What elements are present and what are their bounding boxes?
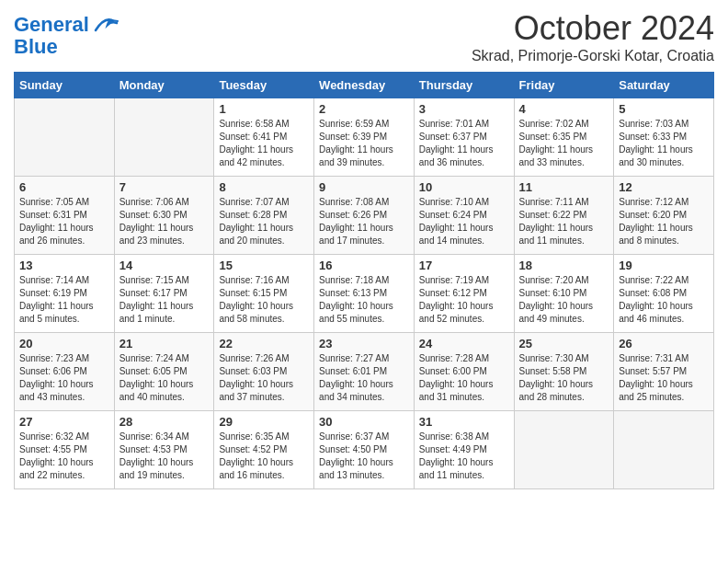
calendar-cell: 3Sunrise: 7:01 AMSunset: 6:37 PMDaylight… — [414, 98, 514, 177]
calendar-cell: 20Sunrise: 7:23 AMSunset: 6:06 PMDayligh… — [15, 333, 115, 411]
calendar-cell: 7Sunrise: 7:06 AMSunset: 6:30 PMDaylight… — [114, 177, 214, 255]
day-info: Sunrise: 6:34 AMSunset: 4:53 PMDaylight:… — [119, 431, 210, 482]
day-info: Sunrise: 7:30 AMSunset: 5:58 PMDaylight:… — [519, 352, 609, 404]
weekday-header-sunday: Sunday — [15, 73, 115, 98]
day-number: 5 — [619, 102, 709, 116]
location-title: Skrad, Primorje-Gorski Kotar, Croatia — [472, 48, 714, 64]
logo-blue-text: Blue — [14, 36, 119, 58]
day-info: Sunrise: 7:03 AMSunset: 6:33 PMDaylight:… — [619, 118, 709, 169]
week-row-5: 27Sunrise: 6:32 AMSunset: 4:55 PMDayligh… — [15, 411, 714, 489]
logo-icon — [91, 14, 119, 32]
calendar-cell — [114, 98, 214, 177]
day-number: 25 — [519, 337, 609, 350]
weekday-header-friday: Friday — [514, 73, 614, 98]
day-number: 12 — [619, 180, 709, 194]
calendar-cell: 4Sunrise: 7:02 AMSunset: 6:35 PMDaylight… — [514, 98, 614, 177]
week-row-4: 20Sunrise: 7:23 AMSunset: 6:06 PMDayligh… — [15, 333, 714, 411]
calendar-cell — [15, 98, 115, 177]
calendar-cell: 28Sunrise: 6:34 AMSunset: 4:53 PMDayligh… — [114, 411, 214, 489]
weekday-header-wednesday: Wednesday — [314, 73, 415, 98]
calendar-cell: 21Sunrise: 7:24 AMSunset: 6:05 PMDayligh… — [114, 333, 214, 411]
day-info: Sunrise: 7:31 AMSunset: 5:57 PMDaylight:… — [619, 352, 709, 404]
day-number: 4 — [519, 102, 609, 116]
day-number: 21 — [119, 337, 210, 350]
logo-text: General — [14, 14, 89, 36]
logo: General Blue — [14, 14, 119, 58]
day-info: Sunrise: 7:06 AMSunset: 6:30 PMDaylight:… — [119, 196, 210, 247]
calendar-cell: 13Sunrise: 7:14 AMSunset: 6:19 PMDayligh… — [15, 255, 115, 333]
day-number: 7 — [119, 180, 210, 194]
day-info: Sunrise: 6:38 AMSunset: 4:49 PMDaylight:… — [419, 431, 509, 482]
day-info: Sunrise: 7:28 AMSunset: 6:00 PMDaylight:… — [419, 352, 509, 404]
week-row-2: 6Sunrise: 7:05 AMSunset: 6:31 PMDaylight… — [15, 177, 714, 255]
day-number: 17 — [419, 259, 509, 272]
day-info: Sunrise: 7:23 AMSunset: 6:06 PMDaylight:… — [19, 352, 109, 404]
calendar-cell: 17Sunrise: 7:19 AMSunset: 6:12 PMDayligh… — [414, 255, 514, 333]
day-info: Sunrise: 7:08 AMSunset: 6:26 PMDaylight:… — [319, 196, 409, 247]
day-number: 8 — [219, 180, 309, 194]
page-header: General Blue October 2024 Skrad, Primorj… — [14, 9, 714, 64]
day-info: Sunrise: 6:59 AMSunset: 6:39 PMDaylight:… — [319, 118, 409, 169]
day-number: 3 — [419, 102, 509, 116]
calendar-cell: 29Sunrise: 6:35 AMSunset: 4:52 PMDayligh… — [214, 411, 314, 489]
calendar-cell: 24Sunrise: 7:28 AMSunset: 6:00 PMDayligh… — [414, 333, 514, 411]
day-number: 22 — [219, 337, 309, 350]
day-number: 19 — [619, 259, 709, 272]
calendar-cell — [614, 411, 714, 489]
calendar-cell: 8Sunrise: 7:07 AMSunset: 6:28 PMDaylight… — [214, 177, 314, 255]
calendar-cell: 11Sunrise: 7:11 AMSunset: 6:22 PMDayligh… — [514, 177, 614, 255]
calendar-cell: 14Sunrise: 7:15 AMSunset: 6:17 PMDayligh… — [114, 255, 214, 333]
weekday-header-tuesday: Tuesday — [214, 73, 314, 98]
day-info: Sunrise: 6:37 AMSunset: 4:50 PMDaylight:… — [319, 431, 409, 482]
calendar-cell: 31Sunrise: 6:38 AMSunset: 4:49 PMDayligh… — [414, 411, 514, 489]
calendar-cell: 26Sunrise: 7:31 AMSunset: 5:57 PMDayligh… — [614, 333, 714, 411]
day-info: Sunrise: 6:32 AMSunset: 4:55 PMDaylight:… — [19, 431, 109, 482]
calendar-cell: 25Sunrise: 7:30 AMSunset: 5:58 PMDayligh… — [514, 333, 614, 411]
day-number: 31 — [419, 415, 509, 429]
calendar-cell: 15Sunrise: 7:16 AMSunset: 6:15 PMDayligh… — [214, 255, 314, 333]
weekday-header-saturday: Saturday — [614, 73, 714, 98]
calendar-cell: 5Sunrise: 7:03 AMSunset: 6:33 PMDaylight… — [614, 98, 714, 177]
day-number: 29 — [219, 415, 309, 429]
weekday-header-thursday: Thursday — [414, 73, 514, 98]
day-info: Sunrise: 7:22 AMSunset: 6:08 PMDaylight:… — [619, 274, 709, 326]
day-number: 16 — [319, 259, 409, 272]
day-info: Sunrise: 7:11 AMSunset: 6:22 PMDaylight:… — [519, 196, 609, 247]
day-info: Sunrise: 7:14 AMSunset: 6:19 PMDaylight:… — [19, 274, 109, 326]
calendar-cell: 30Sunrise: 6:37 AMSunset: 4:50 PMDayligh… — [314, 411, 415, 489]
calendar-cell: 18Sunrise: 7:20 AMSunset: 6:10 PMDayligh… — [514, 255, 614, 333]
weekday-header-row: SundayMondayTuesdayWednesdayThursdayFrid… — [15, 73, 714, 98]
day-info: Sunrise: 7:27 AMSunset: 6:01 PMDaylight:… — [319, 352, 409, 404]
day-info: Sunrise: 7:05 AMSunset: 6:31 PMDaylight:… — [19, 196, 109, 247]
day-number: 2 — [319, 102, 409, 116]
day-number: 14 — [119, 259, 210, 272]
day-number: 23 — [319, 337, 409, 350]
calendar-cell — [514, 411, 614, 489]
calendar-cell: 22Sunrise: 7:26 AMSunset: 6:03 PMDayligh… — [214, 333, 314, 411]
day-number: 18 — [519, 259, 609, 272]
month-title: October 2024 — [472, 9, 714, 48]
calendar-cell: 27Sunrise: 6:32 AMSunset: 4:55 PMDayligh… — [15, 411, 115, 489]
day-info: Sunrise: 6:35 AMSunset: 4:52 PMDaylight:… — [219, 431, 309, 482]
calendar-cell: 23Sunrise: 7:27 AMSunset: 6:01 PMDayligh… — [314, 333, 415, 411]
day-number: 6 — [19, 180, 109, 194]
day-info: Sunrise: 7:26 AMSunset: 6:03 PMDaylight:… — [219, 352, 309, 404]
day-number: 13 — [19, 259, 109, 272]
day-number: 28 — [119, 415, 210, 429]
calendar-cell: 6Sunrise: 7:05 AMSunset: 6:31 PMDaylight… — [15, 177, 115, 255]
week-row-3: 13Sunrise: 7:14 AMSunset: 6:19 PMDayligh… — [15, 255, 714, 333]
weekday-header-monday: Monday — [114, 73, 214, 98]
day-number: 27 — [19, 415, 109, 429]
day-number: 9 — [319, 180, 409, 194]
calendar-cell: 2Sunrise: 6:59 AMSunset: 6:39 PMDaylight… — [314, 98, 415, 177]
day-number: 1 — [219, 102, 309, 116]
day-info: Sunrise: 7:07 AMSunset: 6:28 PMDaylight:… — [219, 196, 309, 247]
calendar-cell: 1Sunrise: 6:58 AMSunset: 6:41 PMDaylight… — [214, 98, 314, 177]
calendar-table: SundayMondayTuesdayWednesdayThursdayFrid… — [14, 72, 714, 489]
day-info: Sunrise: 7:02 AMSunset: 6:35 PMDaylight:… — [519, 118, 609, 169]
week-row-1: 1Sunrise: 6:58 AMSunset: 6:41 PMDaylight… — [15, 98, 714, 177]
day-info: Sunrise: 7:24 AMSunset: 6:05 PMDaylight:… — [119, 352, 210, 404]
day-number: 30 — [319, 415, 409, 429]
day-info: Sunrise: 6:58 AMSunset: 6:41 PMDaylight:… — [219, 118, 309, 169]
calendar-cell: 12Sunrise: 7:12 AMSunset: 6:20 PMDayligh… — [614, 177, 714, 255]
